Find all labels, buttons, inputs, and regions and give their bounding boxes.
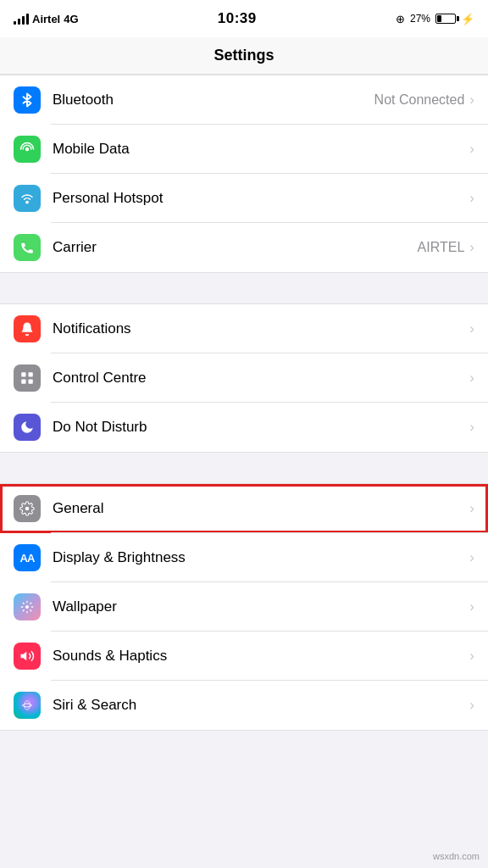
svg-point-0 [25, 147, 30, 152]
wallpaper-label: Wallpaper [53, 598, 469, 615]
network-label: 4G [64, 13, 78, 25]
general-icon [14, 495, 41, 522]
notifications-chevron-icon: › [469, 320, 474, 337]
svg-point-9 [25, 701, 30, 710]
battery-icon [435, 14, 456, 24]
section-connectivity: Bluetooth Not Connected › Mobile Data › [0, 75, 488, 273]
group-system1: Notifications › Control Centre › Do [0, 303, 488, 453]
control-centre-icon [14, 364, 41, 392]
battery-percent: 27% [410, 13, 430, 25]
bluetooth-value: Not Connected [374, 92, 465, 108]
svg-point-1 [25, 201, 29, 204]
sounds-haptics-label: Sounds & Haptics [53, 648, 469, 665]
notifications-icon [14, 315, 41, 342]
row-wallpaper[interactable]: Wallpaper › [0, 582, 488, 632]
svg-point-6 [25, 507, 30, 511]
status-right: ⊕ 27% ⚡ [396, 13, 474, 25]
svg-rect-4 [21, 380, 25, 384]
row-mobile-data[interactable]: Mobile Data › [0, 125, 488, 174]
sounds-haptics-icon [14, 643, 41, 670]
bluetooth-icon [14, 86, 41, 114]
signal-bars-icon [14, 13, 29, 25]
sounds-haptics-chevron-icon: › [469, 648, 474, 665]
svg-rect-5 [29, 380, 33, 384]
display-brightness-chevron-icon: › [469, 549, 474, 566]
group-connectivity: Bluetooth Not Connected › Mobile Data › [0, 75, 488, 273]
personal-hotspot-label: Personal Hotspot [53, 190, 469, 207]
nav-bar: Settings [0, 37, 488, 75]
svg-rect-3 [29, 372, 33, 376]
status-bar: Airtel 4G 10:39 ⊕ 27% ⚡ [0, 0, 488, 37]
carrier-label-row: Carrier [53, 239, 418, 256]
row-display-brightness[interactable]: AA Display & Brightness › [0, 533, 488, 582]
display-brightness-label: Display & Brightness [53, 549, 469, 566]
carrier-label: Airtel [32, 13, 60, 25]
display-brightness-icon: AA [14, 544, 41, 571]
status-left: Airtel 4G [14, 13, 79, 25]
personal-hotspot-icon [14, 185, 41, 212]
wallpaper-icon [14, 593, 41, 620]
carrier-value: AIRTEL [418, 240, 465, 255]
do-not-disturb-label: Do Not Disturb [53, 419, 469, 436]
bluetooth-chevron-icon: › [469, 92, 474, 108]
carrier-icon [14, 234, 41, 261]
row-general[interactable]: General › [0, 484, 488, 533]
mobile-data-label: Mobile Data [53, 141, 469, 158]
row-siri-search[interactable]: Siri & Search › [0, 681, 488, 730]
mobile-data-icon [14, 136, 41, 163]
carrier-chevron-icon: › [469, 239, 474, 256]
do-not-disturb-icon [14, 414, 41, 441]
row-personal-hotspot[interactable]: Personal Hotspot › [0, 174, 488, 223]
siri-icon [14, 692, 41, 719]
page-title: Settings [214, 47, 274, 64]
control-centre-chevron-icon: › [469, 370, 474, 387]
row-control-centre[interactable]: Control Centre › [0, 353, 488, 403]
row-notifications[interactable]: Notifications › [0, 304, 488, 353]
row-sounds-haptics[interactable]: Sounds & Haptics › [0, 632, 488, 681]
section-system2: General › AA Display & Brightness › Wall… [0, 483, 488, 731]
control-centre-label: Control Centre [53, 370, 469, 387]
notifications-label: Notifications [53, 320, 469, 337]
mobile-data-chevron-icon: › [469, 141, 474, 158]
svg-point-7 [25, 605, 29, 609]
siri-search-label: Siri & Search [53, 697, 469, 714]
section-system1: Notifications › Control Centre › Do [0, 303, 488, 453]
separator-1 [0, 273, 488, 303]
wallpaper-chevron-icon: › [469, 598, 474, 615]
row-carrier[interactable]: Carrier AIRTEL › [0, 223, 488, 272]
group-system2: General › AA Display & Brightness › Wall… [0, 483, 488, 731]
separator-2 [0, 453, 488, 483]
status-time: 10:39 [218, 10, 257, 27]
do-not-disturb-chevron-icon: › [469, 419, 474, 436]
bluetooth-label: Bluetooth [53, 92, 374, 108]
watermark: wsxdn.com [433, 851, 480, 861]
svg-rect-2 [21, 372, 25, 376]
general-label: General [53, 500, 469, 517]
row-bluetooth[interactable]: Bluetooth Not Connected › [0, 75, 488, 125]
personal-hotspot-chevron-icon: › [469, 190, 474, 207]
general-chevron-icon: › [469, 500, 474, 517]
location-icon: ⊕ [396, 13, 405, 25]
row-do-not-disturb[interactable]: Do Not Disturb › [0, 403, 488, 452]
charging-icon: ⚡ [461, 13, 474, 25]
svg-marker-8 [21, 652, 27, 661]
siri-search-chevron-icon: › [469, 697, 474, 714]
